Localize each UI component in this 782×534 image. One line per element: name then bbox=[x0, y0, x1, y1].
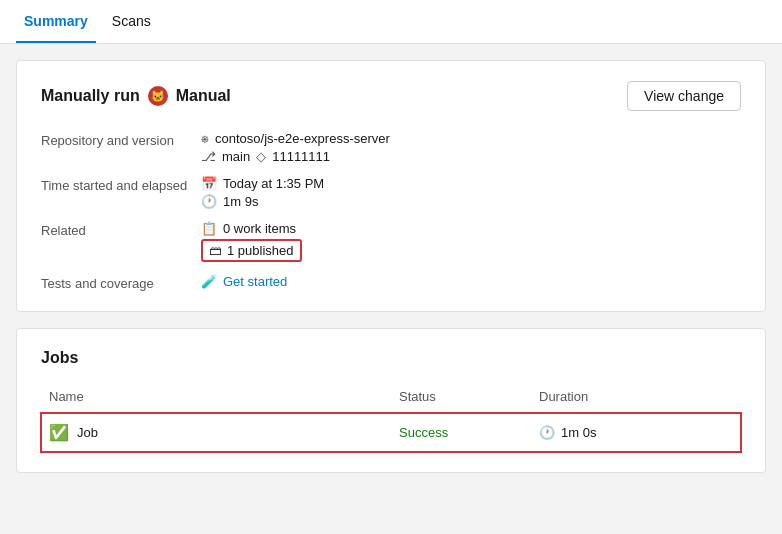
tab-summary[interactable]: Summary bbox=[16, 0, 96, 43]
view-change-button[interactable]: View change bbox=[627, 81, 741, 111]
beaker-icon: 🧪 bbox=[201, 274, 217, 289]
col-header-name: Name bbox=[41, 383, 391, 413]
get-started-row: 🧪 Get started bbox=[201, 274, 741, 289]
summary-card: Manually run 🐱 Manual View change Reposi… bbox=[16, 60, 766, 312]
run-details: Repository and version ⎈ contoso/js-e2e-… bbox=[41, 131, 741, 291]
calendar-icon: 📅 bbox=[201, 176, 217, 191]
table-row[interactable]: ✅ Job Success 🕐 1m 0s bbox=[41, 413, 741, 453]
github-icon: ⎈ bbox=[201, 131, 209, 146]
time-label: Time started and elapsed bbox=[41, 176, 201, 209]
get-started-link[interactable]: Get started bbox=[223, 274, 287, 289]
jobs-title: Jobs bbox=[41, 349, 741, 367]
commit-hash: 11111111 bbox=[272, 149, 330, 164]
published-text: 1 published bbox=[227, 243, 294, 258]
run-title-text: Manually run bbox=[41, 87, 140, 105]
repo-label: Repository and version bbox=[41, 131, 201, 164]
job-duration: 1m 0s bbox=[561, 425, 596, 440]
job-duration-row: 🕐 1m 0s bbox=[539, 425, 733, 440]
elapsed-time: 1m 9s bbox=[223, 194, 258, 209]
tab-scans[interactable]: Scans bbox=[104, 0, 159, 43]
tests-label: Tests and coverage bbox=[41, 274, 201, 291]
col-header-status: Status bbox=[391, 383, 531, 413]
branch-row: ⎇ main ◇ 11111111 bbox=[201, 149, 741, 164]
job-status-cell: Success bbox=[391, 413, 531, 453]
clock-icon: 🕐 bbox=[201, 194, 217, 209]
elapsed-row: 🕐 1m 9s bbox=[201, 194, 741, 209]
job-status: Success bbox=[399, 425, 448, 440]
job-name: Job bbox=[77, 425, 98, 440]
jobs-table: Name Status Duration ✅ Job Success bbox=[41, 383, 741, 452]
branch-name: main bbox=[222, 149, 250, 164]
branch-icon: ⎇ bbox=[201, 149, 216, 164]
jobs-card: Jobs Name Status Duration ✅ Job bbox=[16, 328, 766, 473]
workitem-icon: 📋 bbox=[201, 221, 217, 236]
success-icon: ✅ bbox=[49, 423, 69, 442]
run-header: Manually run 🐱 Manual View change bbox=[41, 81, 741, 111]
time-started: Today at 1:35 PM bbox=[223, 176, 324, 191]
published-row: 🗃 1 published bbox=[201, 239, 741, 262]
job-name-cell: ✅ Job bbox=[41, 413, 391, 453]
related-label: Related bbox=[41, 221, 201, 262]
repo-name: contoso/js-e2e-express-server bbox=[215, 131, 390, 146]
published-icon: 🗃 bbox=[209, 243, 222, 258]
repo-row: ⎈ contoso/js-e2e-express-server bbox=[201, 131, 741, 146]
run-trigger-text: Manual bbox=[176, 87, 231, 105]
work-items-row: 📋 0 work items bbox=[201, 221, 741, 236]
run-title: Manually run 🐱 Manual bbox=[41, 86, 231, 106]
repo-value: ⎈ contoso/js-e2e-express-server ⎇ main ◇… bbox=[201, 131, 741, 164]
time-started-row: 📅 Today at 1:35 PM bbox=[201, 176, 741, 191]
published-badge: 🗃 1 published bbox=[201, 239, 302, 262]
related-value: 📋 0 work items 🗃 1 published bbox=[201, 221, 741, 262]
jobs-table-header: Name Status Duration bbox=[41, 383, 741, 413]
col-header-duration: Duration bbox=[531, 383, 741, 413]
work-items: 0 work items bbox=[223, 221, 296, 236]
duration-clock-icon: 🕐 bbox=[539, 425, 555, 440]
main-content: Manually run 🐱 Manual View change Reposi… bbox=[0, 44, 782, 489]
job-name-container: ✅ Job bbox=[49, 423, 383, 442]
commit-icon: ◇ bbox=[256, 149, 266, 164]
job-duration-cell: 🕐 1m 0s bbox=[531, 413, 741, 453]
avatar: 🐱 bbox=[148, 86, 168, 106]
time-value: 📅 Today at 1:35 PM 🕐 1m 9s bbox=[201, 176, 741, 209]
tests-value: 🧪 Get started bbox=[201, 274, 741, 291]
tabs-bar: Summary Scans bbox=[0, 0, 782, 44]
